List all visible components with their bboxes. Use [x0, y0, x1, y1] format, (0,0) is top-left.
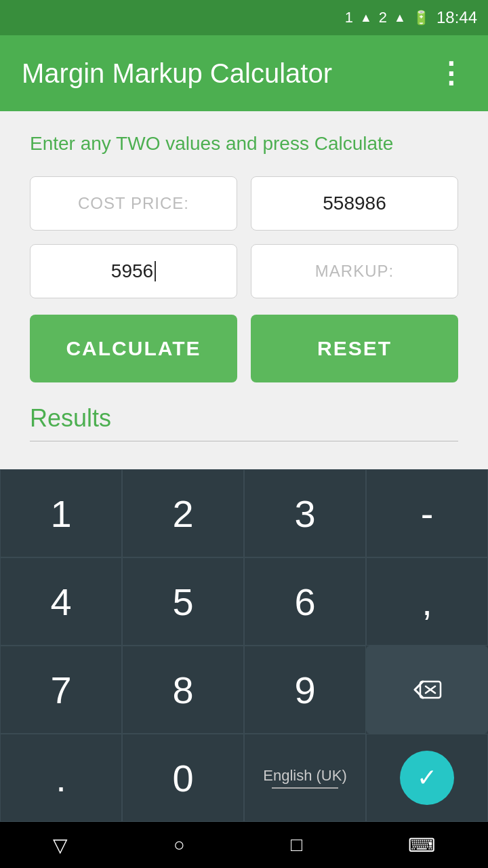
keyboard-row-1: 1 2 3 - [0, 469, 488, 557]
menu-button[interactable]: ⋮ [436, 59, 466, 87]
key-minus[interactable]: - [366, 469, 488, 557]
language-key[interactable]: English (UK) [244, 734, 366, 822]
calculate-button[interactable]: CALCULATE [30, 315, 237, 382]
language-label: English (UK) [263, 767, 346, 785]
key-3[interactable]: 3 [244, 469, 366, 557]
cost-price-field[interactable]: COST PRICE: [30, 176, 237, 231]
status-bar-right: 1 ▲ 2 ▲ 🔋 18:44 [345, 8, 477, 27]
done-key[interactable]: ✓ [366, 734, 488, 822]
cursor [155, 261, 156, 281]
instruction-text: Enter any TWO values and press Calculate [30, 133, 458, 155]
main-content: Enter any TWO values and press Calculate… [0, 111, 488, 463]
checkmark-icon: ✓ [417, 764, 437, 792]
key-9[interactable]: 9 [244, 646, 366, 734]
battery-icon: 🔋 [413, 9, 430, 26]
status-time: 18:44 [436, 8, 477, 27]
backspace-key[interactable] [366, 646, 488, 734]
signal2-label: 2 [379, 9, 387, 26]
buttons-row: CALCULATE RESET [30, 315, 458, 382]
key-1[interactable]: 1 [0, 469, 122, 557]
markup-placeholder: MARKUP: [315, 262, 394, 281]
margin-field[interactable]: 5956 [30, 244, 237, 298]
app-title: Margin Markup Calculator [22, 58, 332, 89]
key-comma[interactable]: , [366, 557, 488, 646]
margin-value: 5956 [111, 260, 153, 282]
results-divider [30, 441, 458, 441]
key-dot[interactable]: . [0, 734, 122, 822]
app-bar: Margin Markup Calculator ⋮ [0, 35, 488, 111]
key-5[interactable]: 5 [122, 557, 244, 646]
home-nav-icon[interactable]: ○ [174, 834, 185, 856]
keyboard-row-2: 4 5 6 , [0, 557, 488, 646]
recents-nav-icon[interactable]: □ [291, 834, 302, 856]
done-button[interactable]: ✓ [400, 751, 454, 805]
key-0[interactable]: 0 [122, 734, 244, 822]
signal2-icon: ▲ [394, 11, 406, 25]
key-6[interactable]: 6 [244, 557, 366, 646]
markup-field[interactable]: MARKUP: [251, 244, 458, 298]
keyboard: 1 2 3 - 4 5 6 , 7 8 9 . 0 English (UK) [0, 469, 488, 822]
key-8[interactable]: 8 [122, 646, 244, 734]
reset-button[interactable]: RESET [251, 315, 458, 382]
key-7[interactable]: 7 [0, 646, 122, 734]
key-4[interactable]: 4 [0, 557, 122, 646]
results-label: Results [30, 404, 458, 433]
selling-price-field[interactable]: 558986 [251, 176, 458, 231]
back-nav-icon[interactable]: ▽ [53, 834, 68, 856]
keyboard-row-4: . 0 English (UK) ✓ [0, 734, 488, 822]
nav-bar: ▽ ○ □ ⌨ [0, 822, 488, 868]
signal1-icon: ▲ [360, 11, 372, 25]
signal1-label: 1 [345, 9, 353, 26]
status-bar: 1 ▲ 2 ▲ 🔋 18:44 [0, 0, 488, 35]
selling-price-value: 558986 [323, 193, 386, 214]
keyboard-nav-icon[interactable]: ⌨ [408, 834, 435, 856]
fields-grid: COST PRICE: 558986 5956 MARKUP: [30, 176, 458, 298]
key-2[interactable]: 2 [122, 469, 244, 557]
cost-price-placeholder: COST PRICE: [78, 194, 189, 213]
keyboard-row-3: 7 8 9 [0, 646, 488, 734]
